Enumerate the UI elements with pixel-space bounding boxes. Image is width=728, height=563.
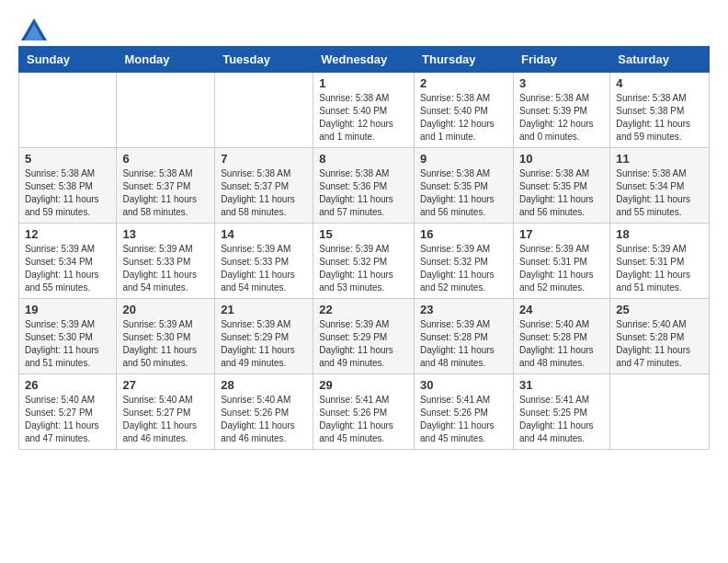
- day-number: 26: [25, 378, 110, 392]
- cell-content: Sunrise: 5:40 AM Sunset: 5:26 PM Dayligh…: [221, 394, 307, 445]
- day-number: 30: [420, 378, 507, 392]
- cell-content: Sunrise: 5:38 AM Sunset: 5:38 PM Dayligh…: [25, 167, 110, 219]
- day-number: 18: [616, 227, 703, 241]
- cell-content: Sunrise: 5:38 AM Sunset: 5:35 PM Dayligh…: [519, 167, 604, 219]
- calendar-cell: 20Sunrise: 5:39 AM Sunset: 5:30 PM Dayli…: [117, 299, 215, 374]
- cell-content: Sunrise: 5:41 AM Sunset: 5:26 PM Dayligh…: [420, 394, 507, 445]
- cell-content: Sunrise: 5:39 AM Sunset: 5:31 PM Dayligh…: [519, 243, 604, 294]
- calendar-cell: 1Sunrise: 5:38 AM Sunset: 5:40 PM Daylig…: [313, 73, 415, 148]
- day-number: 1: [319, 76, 408, 90]
- logo-icon: [21, 18, 47, 40]
- day-number: 17: [519, 227, 604, 241]
- cell-content: Sunrise: 5:39 AM Sunset: 5:33 PM Dayligh…: [122, 243, 209, 294]
- calendar-cell: [610, 374, 710, 450]
- day-number: 16: [420, 227, 507, 241]
- day-number: 4: [616, 76, 703, 90]
- day-number: 25: [616, 303, 703, 316]
- day-header-monday: Monday: [117, 47, 215, 73]
- day-header-wednesday: Wednesday: [313, 47, 415, 73]
- day-number: 15: [319, 227, 408, 241]
- cell-content: Sunrise: 5:41 AM Sunset: 5:25 PM Dayligh…: [519, 394, 604, 445]
- calendar-cell: 14Sunrise: 5:39 AM Sunset: 5:33 PM Dayli…: [215, 224, 313, 299]
- day-number: 21: [221, 303, 307, 316]
- cell-content: Sunrise: 5:39 AM Sunset: 5:28 PM Dayligh…: [420, 318, 507, 370]
- calendar-cell: 22Sunrise: 5:39 AM Sunset: 5:29 PM Dayli…: [313, 299, 415, 374]
- cell-content: Sunrise: 5:40 AM Sunset: 5:28 PM Dayligh…: [616, 318, 703, 370]
- calendar-cell: [19, 73, 117, 148]
- logo: [18, 18, 47, 37]
- day-header-sunday: Sunday: [19, 47, 117, 73]
- calendar-cell: 19Sunrise: 5:39 AM Sunset: 5:30 PM Dayli…: [19, 299, 117, 374]
- calendar-cell: [215, 73, 313, 148]
- day-number: 5: [25, 152, 110, 166]
- cell-content: Sunrise: 5:41 AM Sunset: 5:26 PM Dayligh…: [319, 394, 408, 445]
- calendar-cell: [117, 73, 215, 148]
- day-number: 28: [221, 378, 307, 392]
- cell-content: Sunrise: 5:40 AM Sunset: 5:28 PM Dayligh…: [519, 318, 604, 370]
- day-header-friday: Friday: [513, 47, 609, 73]
- day-number: 13: [122, 227, 209, 241]
- cell-content: Sunrise: 5:38 AM Sunset: 5:37 PM Dayligh…: [221, 167, 307, 219]
- day-header-saturday: Saturday: [610, 47, 710, 73]
- cell-content: Sunrise: 5:38 AM Sunset: 5:37 PM Dayligh…: [122, 167, 209, 219]
- cell-content: Sunrise: 5:40 AM Sunset: 5:27 PM Dayligh…: [122, 394, 209, 445]
- calendar-cell: 9Sunrise: 5:38 AM Sunset: 5:35 PM Daylig…: [415, 148, 514, 224]
- calendar-cell: 23Sunrise: 5:39 AM Sunset: 5:28 PM Dayli…: [415, 299, 514, 374]
- cell-content: Sunrise: 5:39 AM Sunset: 5:32 PM Dayligh…: [420, 243, 507, 294]
- calendar-table: SundayMondayTuesdayWednesdayThursdayFrid…: [18, 46, 710, 450]
- day-number: 27: [122, 378, 209, 392]
- cell-content: Sunrise: 5:40 AM Sunset: 5:27 PM Dayligh…: [25, 394, 110, 445]
- day-number: 7: [221, 152, 307, 166]
- calendar-cell: 29Sunrise: 5:41 AM Sunset: 5:26 PM Dayli…: [313, 374, 415, 450]
- calendar-cell: 17Sunrise: 5:39 AM Sunset: 5:31 PM Dayli…: [513, 224, 609, 299]
- calendar-cell: 18Sunrise: 5:39 AM Sunset: 5:31 PM Dayli…: [610, 224, 710, 299]
- cell-content: Sunrise: 5:39 AM Sunset: 5:31 PM Dayligh…: [616, 243, 703, 294]
- calendar-cell: 4Sunrise: 5:38 AM Sunset: 5:38 PM Daylig…: [610, 73, 710, 148]
- calendar-cell: 11Sunrise: 5:38 AM Sunset: 5:34 PM Dayli…: [610, 148, 710, 224]
- day-number: 12: [25, 227, 110, 241]
- calendar-cell: 31Sunrise: 5:41 AM Sunset: 5:25 PM Dayli…: [513, 374, 609, 450]
- day-number: 23: [420, 303, 507, 316]
- cell-content: Sunrise: 5:38 AM Sunset: 5:40 PM Dayligh…: [319, 92, 408, 144]
- calendar-cell: 13Sunrise: 5:39 AM Sunset: 5:33 PM Dayli…: [117, 224, 215, 299]
- calendar-cell: 26Sunrise: 5:40 AM Sunset: 5:27 PM Dayli…: [19, 374, 117, 450]
- day-number: 9: [420, 152, 507, 166]
- day-header-thursday: Thursday: [415, 47, 514, 73]
- calendar-cell: 5Sunrise: 5:38 AM Sunset: 5:38 PM Daylig…: [19, 148, 117, 224]
- cell-content: Sunrise: 5:39 AM Sunset: 5:30 PM Dayligh…: [122, 318, 209, 370]
- calendar-cell: 24Sunrise: 5:40 AM Sunset: 5:28 PM Dayli…: [513, 299, 609, 374]
- calendar-cell: 16Sunrise: 5:39 AM Sunset: 5:32 PM Dayli…: [415, 224, 514, 299]
- calendar-cell: 7Sunrise: 5:38 AM Sunset: 5:37 PM Daylig…: [215, 148, 313, 224]
- cell-content: Sunrise: 5:39 AM Sunset: 5:30 PM Dayligh…: [25, 318, 110, 370]
- day-header-tuesday: Tuesday: [215, 47, 313, 73]
- day-number: 10: [519, 152, 604, 166]
- cell-content: Sunrise: 5:39 AM Sunset: 5:33 PM Dayligh…: [221, 243, 307, 294]
- day-number: 20: [122, 303, 209, 316]
- day-number: 22: [319, 303, 408, 316]
- day-number: 29: [319, 378, 408, 392]
- calendar-cell: 10Sunrise: 5:38 AM Sunset: 5:35 PM Dayli…: [513, 148, 609, 224]
- cell-content: Sunrise: 5:38 AM Sunset: 5:34 PM Dayligh…: [616, 167, 703, 219]
- calendar-cell: 21Sunrise: 5:39 AM Sunset: 5:29 PM Dayli…: [215, 299, 313, 374]
- calendar-cell: 25Sunrise: 5:40 AM Sunset: 5:28 PM Dayli…: [610, 299, 710, 374]
- day-number: 11: [616, 152, 703, 166]
- calendar-cell: 2Sunrise: 5:38 AM Sunset: 5:40 PM Daylig…: [415, 73, 514, 148]
- page-header: [18, 18, 710, 37]
- calendar-cell: 28Sunrise: 5:40 AM Sunset: 5:26 PM Dayli…: [215, 374, 313, 450]
- calendar-cell: 30Sunrise: 5:41 AM Sunset: 5:26 PM Dayli…: [415, 374, 514, 450]
- day-number: 6: [122, 152, 209, 166]
- cell-content: Sunrise: 5:38 AM Sunset: 5:40 PM Dayligh…: [420, 92, 507, 144]
- cell-content: Sunrise: 5:38 AM Sunset: 5:35 PM Dayligh…: [420, 167, 507, 219]
- day-number: 14: [221, 227, 307, 241]
- calendar-cell: 8Sunrise: 5:38 AM Sunset: 5:36 PM Daylig…: [313, 148, 415, 224]
- cell-content: Sunrise: 5:39 AM Sunset: 5:32 PM Dayligh…: [319, 243, 408, 294]
- calendar-cell: 6Sunrise: 5:38 AM Sunset: 5:37 PM Daylig…: [117, 148, 215, 224]
- day-number: 8: [319, 152, 408, 166]
- day-number: 2: [420, 76, 507, 90]
- calendar-cell: 27Sunrise: 5:40 AM Sunset: 5:27 PM Dayli…: [117, 374, 215, 450]
- calendar-cell: 12Sunrise: 5:39 AM Sunset: 5:34 PM Dayli…: [19, 224, 117, 299]
- calendar-cell: 3Sunrise: 5:38 AM Sunset: 5:39 PM Daylig…: [513, 73, 609, 148]
- day-number: 3: [519, 76, 604, 90]
- cell-content: Sunrise: 5:39 AM Sunset: 5:34 PM Dayligh…: [25, 243, 110, 294]
- day-number: 24: [519, 303, 604, 316]
